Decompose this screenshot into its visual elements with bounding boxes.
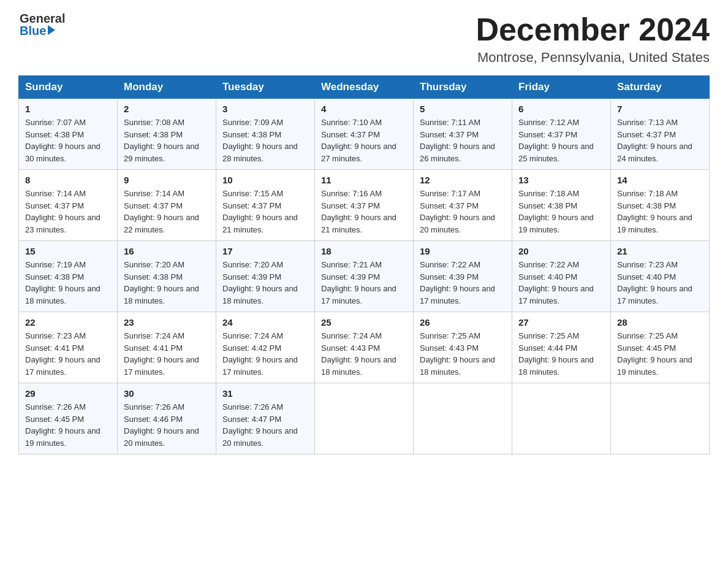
col-tuesday: Tuesday (216, 76, 315, 99)
day-number: 17 (222, 246, 308, 256)
title-area: December 2024 Montrose, Pennsylvania, Un… (476, 12, 710, 66)
day-number: 29 (25, 388, 111, 399)
calendar-day-cell (414, 383, 512, 454)
day-info: Sunrise: 7:25 AM Sunset: 4:45 PM Dayligh… (617, 330, 703, 378)
day-number: 11 (321, 175, 407, 185)
day-info: Sunrise: 7:23 AM Sunset: 4:40 PM Dayligh… (617, 259, 703, 307)
calendar-day-cell: 27 Sunrise: 7:25 AM Sunset: 4:44 PM Dayl… (512, 312, 611, 383)
col-thursday: Thursday (414, 76, 512, 99)
calendar-day-cell: 21 Sunrise: 7:23 AM Sunset: 4:40 PM Dayl… (611, 241, 710, 312)
day-info: Sunrise: 7:11 AM Sunset: 4:37 PM Dayligh… (420, 117, 506, 164)
calendar-table: Sunday Monday Tuesday Wednesday Thursday… (18, 75, 710, 454)
calendar-day-cell: 4 Sunrise: 7:10 AM Sunset: 4:37 PM Dayli… (315, 99, 414, 170)
calendar-day-cell (315, 383, 414, 454)
calendar-day-cell: 5 Sunrise: 7:11 AM Sunset: 4:37 PM Dayli… (414, 99, 512, 170)
day-number: 15 (25, 246, 111, 256)
day-info: Sunrise: 7:24 AM Sunset: 4:42 PM Dayligh… (222, 330, 308, 378)
calendar-day-cell: 24 Sunrise: 7:24 AM Sunset: 4:42 PM Dayl… (216, 312, 315, 383)
day-info: Sunrise: 7:07 AM Sunset: 4:38 PM Dayligh… (25, 117, 111, 164)
calendar-day-cell: 12 Sunrise: 7:17 AM Sunset: 4:37 PM Dayl… (414, 170, 512, 241)
day-number: 23 (124, 317, 210, 327)
calendar-day-cell (611, 383, 710, 454)
day-info: Sunrise: 7:16 AM Sunset: 4:37 PM Dayligh… (321, 188, 407, 236)
calendar-week-row: 29 Sunrise: 7:26 AM Sunset: 4:45 PM Dayl… (19, 383, 710, 454)
calendar-day-cell: 6 Sunrise: 7:12 AM Sunset: 4:37 PM Dayli… (512, 99, 611, 170)
logo-triangle-icon (48, 25, 55, 35)
calendar-week-row: 8 Sunrise: 7:14 AM Sunset: 4:37 PM Dayli… (19, 170, 710, 241)
location-title: Montrose, Pennsylvania, United States (476, 50, 710, 66)
calendar-day-cell: 30 Sunrise: 7:26 AM Sunset: 4:46 PM Dayl… (118, 383, 216, 454)
day-info: Sunrise: 7:10 AM Sunset: 4:37 PM Dayligh… (321, 117, 407, 164)
calendar-week-row: 1 Sunrise: 7:07 AM Sunset: 4:38 PM Dayli… (19, 99, 710, 170)
day-info: Sunrise: 7:26 AM Sunset: 4:47 PM Dayligh… (222, 401, 308, 449)
calendar-day-cell: 18 Sunrise: 7:21 AM Sunset: 4:39 PM Dayl… (315, 241, 414, 312)
day-info: Sunrise: 7:18 AM Sunset: 4:38 PM Dayligh… (617, 188, 703, 236)
logo-blue-text: Blue (20, 25, 46, 37)
day-number: 26 (420, 317, 506, 327)
calendar-day-cell: 8 Sunrise: 7:14 AM Sunset: 4:37 PM Dayli… (19, 170, 118, 241)
day-number: 30 (124, 388, 210, 399)
calendar-day-cell: 1 Sunrise: 7:07 AM Sunset: 4:38 PM Dayli… (19, 99, 118, 170)
calendar-day-cell: 26 Sunrise: 7:25 AM Sunset: 4:43 PM Dayl… (414, 312, 512, 383)
day-number: 22 (25, 317, 111, 327)
day-number: 7 (617, 104, 703, 114)
calendar-day-cell: 19 Sunrise: 7:22 AM Sunset: 4:39 PM Dayl… (414, 241, 512, 312)
day-info: Sunrise: 7:24 AM Sunset: 4:41 PM Dayligh… (124, 330, 210, 378)
day-number: 16 (124, 246, 210, 256)
month-title: December 2024 (476, 12, 710, 47)
day-number: 19 (420, 246, 506, 256)
day-info: Sunrise: 7:17 AM Sunset: 4:37 PM Dayligh… (420, 188, 506, 236)
day-number: 13 (518, 175, 604, 185)
day-info: Sunrise: 7:22 AM Sunset: 4:40 PM Dayligh… (518, 259, 604, 307)
day-number: 18 (321, 246, 407, 256)
day-number: 24 (222, 317, 308, 327)
day-number: 4 (321, 104, 407, 114)
calendar-day-cell: 3 Sunrise: 7:09 AM Sunset: 4:38 PM Dayli… (216, 99, 315, 170)
day-info: Sunrise: 7:18 AM Sunset: 4:38 PM Dayligh… (518, 188, 604, 236)
calendar-day-cell: 25 Sunrise: 7:24 AM Sunset: 4:43 PM Dayl… (315, 312, 414, 383)
day-info: Sunrise: 7:21 AM Sunset: 4:39 PM Dayligh… (321, 259, 407, 307)
day-number: 10 (222, 175, 308, 185)
calendar-day-cell: 10 Sunrise: 7:15 AM Sunset: 4:37 PM Dayl… (216, 170, 315, 241)
day-number: 31 (222, 388, 308, 399)
calendar-day-cell: 17 Sunrise: 7:20 AM Sunset: 4:39 PM Dayl… (216, 241, 315, 312)
calendar-day-cell: 14 Sunrise: 7:18 AM Sunset: 4:38 PM Dayl… (611, 170, 710, 241)
calendar-day-cell: 16 Sunrise: 7:20 AM Sunset: 4:38 PM Dayl… (118, 241, 216, 312)
day-number: 9 (124, 175, 210, 185)
day-info: Sunrise: 7:13 AM Sunset: 4:37 PM Dayligh… (617, 117, 703, 164)
day-info: Sunrise: 7:20 AM Sunset: 4:38 PM Dayligh… (124, 259, 210, 307)
day-number: 6 (518, 104, 604, 114)
calendar-day-cell: 2 Sunrise: 7:08 AM Sunset: 4:38 PM Dayli… (118, 99, 216, 170)
calendar-header-row: Sunday Monday Tuesday Wednesday Thursday… (19, 76, 710, 99)
day-info: Sunrise: 7:20 AM Sunset: 4:39 PM Dayligh… (222, 259, 308, 307)
calendar-day-cell: 31 Sunrise: 7:26 AM Sunset: 4:47 PM Dayl… (216, 383, 315, 454)
day-number: 1 (25, 104, 111, 114)
calendar-day-cell: 13 Sunrise: 7:18 AM Sunset: 4:38 PM Dayl… (512, 170, 611, 241)
calendar-week-row: 15 Sunrise: 7:19 AM Sunset: 4:38 PM Dayl… (19, 241, 710, 312)
day-info: Sunrise: 7:14 AM Sunset: 4:37 PM Dayligh… (124, 188, 210, 236)
day-info: Sunrise: 7:26 AM Sunset: 4:46 PM Dayligh… (124, 401, 210, 449)
day-info: Sunrise: 7:08 AM Sunset: 4:38 PM Dayligh… (124, 117, 210, 164)
calendar-day-cell: 20 Sunrise: 7:22 AM Sunset: 4:40 PM Dayl… (512, 241, 611, 312)
page-header: General Blue December 2024 Montrose, Pen… (18, 12, 710, 66)
day-number: 12 (420, 175, 506, 185)
day-number: 14 (617, 175, 703, 185)
day-info: Sunrise: 7:15 AM Sunset: 4:37 PM Dayligh… (222, 188, 308, 236)
day-info: Sunrise: 7:09 AM Sunset: 4:38 PM Dayligh… (222, 117, 308, 164)
day-number: 21 (617, 246, 703, 256)
calendar-day-cell: 23 Sunrise: 7:24 AM Sunset: 4:41 PM Dayl… (118, 312, 216, 383)
day-info: Sunrise: 7:14 AM Sunset: 4:37 PM Dayligh… (25, 188, 111, 236)
col-wednesday: Wednesday (315, 76, 414, 99)
day-info: Sunrise: 7:19 AM Sunset: 4:38 PM Dayligh… (25, 259, 111, 307)
calendar-day-cell: 29 Sunrise: 7:26 AM Sunset: 4:45 PM Dayl… (19, 383, 118, 454)
calendar-week-row: 22 Sunrise: 7:23 AM Sunset: 4:41 PM Dayl… (19, 312, 710, 383)
logo-general-text: General (20, 12, 65, 25)
day-info: Sunrise: 7:22 AM Sunset: 4:39 PM Dayligh… (420, 259, 506, 307)
day-info: Sunrise: 7:23 AM Sunset: 4:41 PM Dayligh… (25, 330, 111, 378)
day-info: Sunrise: 7:24 AM Sunset: 4:43 PM Dayligh… (321, 330, 407, 378)
calendar-day-cell: 15 Sunrise: 7:19 AM Sunset: 4:38 PM Dayl… (19, 241, 118, 312)
day-number: 27 (518, 317, 604, 327)
day-number: 5 (420, 104, 506, 114)
calendar-day-cell (512, 383, 611, 454)
day-number: 25 (321, 317, 407, 327)
